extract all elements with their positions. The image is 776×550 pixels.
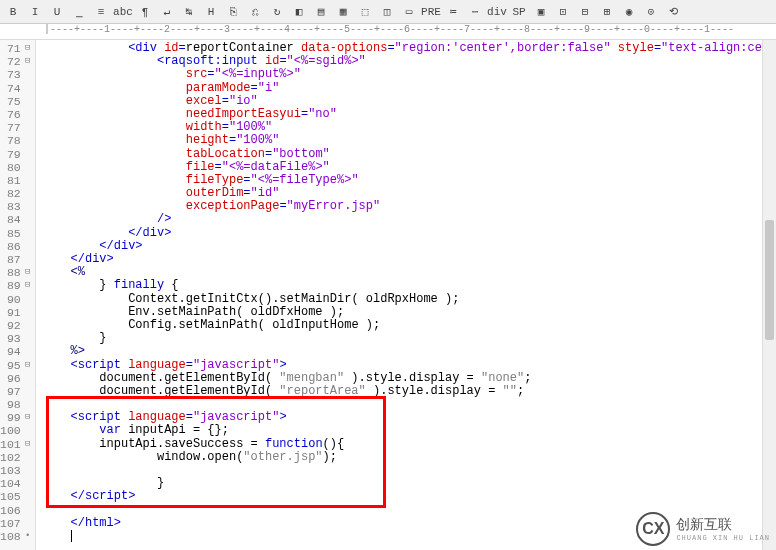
code-line[interactable]: } bbox=[42, 332, 776, 345]
line-number: 84 bbox=[0, 213, 33, 226]
line-number: 75 bbox=[0, 95, 33, 108]
code-line[interactable]: </div> bbox=[42, 227, 776, 240]
line-number: 72⊟ bbox=[0, 55, 33, 68]
line-number: 98 bbox=[0, 398, 33, 411]
vertical-scrollbar[interactable] bbox=[762, 40, 776, 550]
line-number: 96 bbox=[0, 372, 33, 385]
code-line[interactable]: document.getElementById( "reportArea" ).… bbox=[42, 385, 776, 398]
line-number: 87 bbox=[0, 253, 33, 266]
code-line[interactable]: Config.setMainPath( oldInputHome ); bbox=[42, 319, 776, 332]
line-number: 71⊟ bbox=[0, 42, 33, 55]
line-number: 83 bbox=[0, 200, 33, 213]
toolbar-button-8[interactable]: ↹ bbox=[180, 3, 198, 21]
toolbar-button-6[interactable]: ¶ bbox=[136, 3, 154, 21]
fold-icon[interactable]: ⊟ bbox=[23, 279, 33, 292]
code-line[interactable]: excel="io" bbox=[42, 95, 776, 108]
watermark: CX 创新互联 CHUANG XIN HU LIAN bbox=[636, 512, 770, 546]
toolbar-button-20[interactable]: ≔ bbox=[444, 3, 462, 21]
line-number: 104 bbox=[0, 477, 33, 490]
line-number: 73 bbox=[0, 68, 33, 81]
code-editor[interactable]: 71⊟72⊟73747576777879808182838485868788⊟8… bbox=[0, 40, 776, 550]
line-number: 77 bbox=[0, 121, 33, 134]
toolbar-button-30[interactable]: ⟲ bbox=[664, 3, 682, 21]
code-area[interactable]: <div id=reportContainer data-options="re… bbox=[36, 40, 776, 550]
toolbar-button-15[interactable]: ▦ bbox=[334, 3, 352, 21]
code-line[interactable]: tabLocation="bottom" bbox=[42, 148, 776, 161]
fold-icon[interactable]: ⊟ bbox=[23, 359, 33, 372]
line-number: 95⊟ bbox=[0, 359, 33, 372]
fold-icon[interactable]: ⊟ bbox=[23, 42, 33, 55]
watermark-sub: CHUANG XIN HU LIAN bbox=[676, 534, 770, 542]
toolbar-button-11[interactable]: ⎌ bbox=[246, 3, 264, 21]
line-number: 74 bbox=[0, 82, 33, 95]
toolbar-button-13[interactable]: ◧ bbox=[290, 3, 308, 21]
line-number: 107 bbox=[0, 517, 33, 530]
toolbar-button-0[interactable]: B bbox=[4, 3, 22, 21]
toolbar-button-28[interactable]: ◉ bbox=[620, 3, 638, 21]
toolbar-button-25[interactable]: ⊡ bbox=[554, 3, 572, 21]
code-line[interactable]: file="<%=dataFile%>" bbox=[42, 161, 776, 174]
scrollbar-thumb[interactable] bbox=[765, 220, 774, 340]
code-line[interactable]: </div> bbox=[42, 253, 776, 266]
toolbar-button-29[interactable]: ⊙ bbox=[642, 3, 660, 21]
toolbar-button-26[interactable]: ⊟ bbox=[576, 3, 594, 21]
line-number: 88⊟ bbox=[0, 266, 33, 279]
toolbar-button-16[interactable]: ⬚ bbox=[356, 3, 374, 21]
toolbar-button-17[interactable]: ◫ bbox=[378, 3, 396, 21]
toolbar-button-21[interactable]: ⋯ bbox=[466, 3, 484, 21]
toolbar-button-9[interactable]: H bbox=[202, 3, 220, 21]
line-number: 79 bbox=[0, 148, 33, 161]
line-number: 85 bbox=[0, 227, 33, 240]
line-number: 102 bbox=[0, 451, 33, 464]
toolbar-button-24[interactable]: ▣ bbox=[532, 3, 550, 21]
code-line[interactable]: window.open("other.jsp"); bbox=[42, 451, 776, 464]
fold-icon[interactable]: ⊟ bbox=[23, 411, 33, 424]
toolbar-button-12[interactable]: ↻ bbox=[268, 3, 286, 21]
toolbar-button-19[interactable]: PRE bbox=[422, 3, 440, 21]
toolbar-button-3[interactable]: ⎯ bbox=[70, 3, 88, 21]
toolbar-button-14[interactable]: ▤ bbox=[312, 3, 330, 21]
line-number: 97 bbox=[0, 385, 33, 398]
line-number-gutter: 71⊟72⊟73747576777879808182838485868788⊟8… bbox=[0, 40, 36, 550]
toolbar-button-7[interactable]: ↵ bbox=[158, 3, 176, 21]
line-number: 90 bbox=[0, 293, 33, 306]
line-number: 106 bbox=[0, 504, 33, 517]
toolbar: BIU⎯≡abc¶↵↹H⎘⎌↻◧▤▦⬚◫▭PRE≔⋯divSP▣⊡⊟⊞◉⊙⟲ bbox=[0, 0, 776, 24]
watermark-logo: CX bbox=[636, 512, 670, 546]
line-number: 86 bbox=[0, 240, 33, 253]
code-line[interactable]: paramMode="i" bbox=[42, 82, 776, 95]
toolbar-button-1[interactable]: I bbox=[26, 3, 44, 21]
toolbar-button-2[interactable]: U bbox=[48, 3, 66, 21]
toolbar-button-10[interactable]: ⎘ bbox=[224, 3, 242, 21]
toolbar-button-18[interactable]: ▭ bbox=[400, 3, 418, 21]
code-line[interactable]: </div> bbox=[42, 240, 776, 253]
toolbar-button-22[interactable]: div bbox=[488, 3, 506, 21]
fold-icon[interactable]: ⊟ bbox=[23, 266, 33, 279]
line-number: 81 bbox=[0, 174, 33, 187]
ruler: |----+----1----+----2----+----3----+----… bbox=[0, 24, 776, 40]
line-number: 78 bbox=[0, 134, 33, 147]
fold-icon[interactable]: ⊟ bbox=[23, 55, 33, 68]
code-line[interactable]: height="100%" bbox=[42, 134, 776, 147]
toolbar-button-5[interactable]: abc bbox=[114, 3, 132, 21]
line-number: 105 bbox=[0, 490, 33, 503]
toolbar-button-4[interactable]: ≡ bbox=[92, 3, 110, 21]
toolbar-button-27[interactable]: ⊞ bbox=[598, 3, 616, 21]
code-line[interactable]: </script> bbox=[42, 490, 776, 503]
line-number: 94 bbox=[0, 345, 33, 358]
code-line[interactable]: } bbox=[42, 477, 776, 490]
code-line[interactable]: src="<%=input%>" bbox=[42, 68, 776, 81]
line-number: 80 bbox=[0, 161, 33, 174]
line-number: 103 bbox=[0, 464, 33, 477]
line-number: 108• bbox=[0, 530, 33, 543]
line-number: 93 bbox=[0, 332, 33, 345]
code-line[interactable]: inputApi.saveSuccess = function(){ bbox=[42, 438, 776, 451]
line-number: 100 bbox=[0, 424, 33, 437]
fold-icon[interactable]: ⊟ bbox=[23, 438, 33, 451]
toolbar-button-23[interactable]: SP bbox=[510, 3, 528, 21]
line-number: 92 bbox=[0, 319, 33, 332]
line-number: 99⊟ bbox=[0, 411, 33, 424]
line-number: 91 bbox=[0, 306, 33, 319]
fold-icon[interactable]: • bbox=[23, 530, 33, 543]
line-number: 76 bbox=[0, 108, 33, 121]
